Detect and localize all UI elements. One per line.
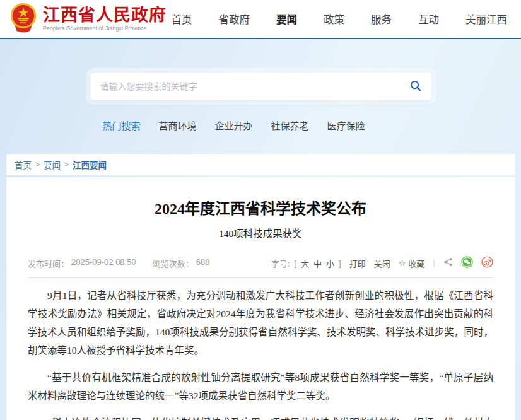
nav-item-interaction[interactable]: 互动 [418, 11, 439, 26]
breadcrumb-current: 江西要闻 [73, 158, 107, 171]
hot-search-item-pension[interactable]: 社保养老 [271, 119, 309, 132]
site-subtitle: People's Government of Jiangxi Province [43, 25, 167, 32]
article-paragraph: “基于共价有机框架精准合成的放射性铀分离提取研究”等8项成果获省自然科学奖一等奖… [28, 368, 493, 405]
site-logo[interactable]: 江西省人民政府 People's Government of Jiangxi P… [9, 3, 167, 35]
breadcrumb-home[interactable]: 首页 [15, 158, 32, 171]
meta-divider: | [433, 258, 435, 268]
article-subtitle: 140项科技成果获奖 [28, 226, 493, 240]
article-body: 9月1日，记者从省科技厅获悉，为充分调动和激发广大科技工作者创新创业的积极性，根… [28, 286, 493, 420]
article-card: 2024年度江西省科学技术奖公布 140项科技成果获奖 发布时间： 2025-0… [6, 177, 515, 420]
breadcrumb-separator: > [64, 160, 69, 169]
search-input[interactable] [90, 73, 400, 100]
search-box [90, 73, 431, 100]
search-button[interactable] [400, 73, 431, 100]
share-icon [443, 257, 453, 269]
article-meta: 发布时间： 2025-09-02 08:50 浏览次数： 688 字号: [ 大… [28, 256, 493, 278]
print-button[interactable]: 打印 [349, 257, 366, 269]
share-button[interactable] [443, 257, 453, 269]
nav-item-home[interactable]: 首页 [172, 11, 192, 26]
publish-time-value: 2025-09-02 08:50 [71, 257, 136, 269]
weibo-icon [481, 256, 493, 270]
breadcrumb-news[interactable]: 要闻 [44, 158, 61, 171]
view-count-value: 688 [196, 257, 210, 269]
font-size-medium-button[interactable]: 中 [313, 257, 322, 269]
national-emblem-icon [9, 3, 38, 35]
search-banner: 热门搜索 营商环境 企业开办 社保养老 医疗保险 [0, 39, 521, 154]
hot-search-item-medical[interactable]: 医疗保险 [327, 119, 365, 132]
font-size-large-button[interactable]: 大 [301, 257, 309, 269]
wechat-icon [461, 256, 473, 270]
site-header: 江西省人民政府 People's Government of Jiangxi P… [0, 0, 521, 39]
breadcrumb-separator: > [35, 160, 40, 169]
hot-search-row: 热门搜索 营商环境 企业开办 社保养老 医疗保险 [90, 119, 431, 132]
wechat-share-button[interactable] [461, 256, 473, 270]
nav-item-beautiful-jiangxi[interactable]: 美丽江西 [465, 11, 507, 26]
main-nav: 首页 省政府 要闻 政策 服务 互动 美丽江西 [172, 11, 508, 26]
font-size-control: 字号: [ 大 中 小 ] [271, 257, 341, 269]
site-title: 江西省人民政府 [43, 6, 167, 24]
close-button[interactable]: 关闭 [374, 257, 390, 269]
nav-item-policy[interactable]: 政策 [324, 11, 344, 26]
weibo-share-button[interactable] [481, 256, 493, 270]
bracket-close: ] [339, 259, 341, 268]
view-count-label: 浏览次数： [153, 257, 194, 269]
nav-item-services[interactable]: 服务 [371, 11, 392, 26]
favorite-label: 收藏 [408, 257, 424, 269]
article-paragraph: 9月1日，记者从省科技厅获悉，为充分调动和激发广大科技工作者创新创业的积极性，根… [28, 286, 493, 359]
article-title: 2024年度江西省科学技术奖公布 [28, 196, 493, 218]
hot-search-item-business[interactable]: 营商环境 [159, 119, 197, 132]
hot-search-label: 热门搜索 [103, 119, 141, 132]
publish-time-label: 发布时间： [28, 257, 69, 269]
favorite-button[interactable]: ☆ 收藏 [399, 257, 425, 269]
font-size-small-button[interactable]: 小 [326, 257, 334, 269]
font-size-label: 字号: [271, 257, 290, 269]
hot-search-item-enterprise[interactable]: 企业开办 [215, 119, 253, 132]
article-paragraph: “稀土冶炼全流程协同一体化控制关键技术及应用”1项成果获省技术发明奖特等奖，“铜… [28, 414, 493, 420]
star-icon: ☆ [399, 259, 406, 268]
bracket-open: [ [294, 259, 296, 268]
breadcrumb: 首页 > 要闻 > 江西要闻 [6, 154, 515, 175]
nav-item-government[interactable]: 省政府 [219, 11, 250, 26]
search-icon [410, 80, 421, 93]
nav-item-news[interactable]: 要闻 [276, 11, 297, 26]
